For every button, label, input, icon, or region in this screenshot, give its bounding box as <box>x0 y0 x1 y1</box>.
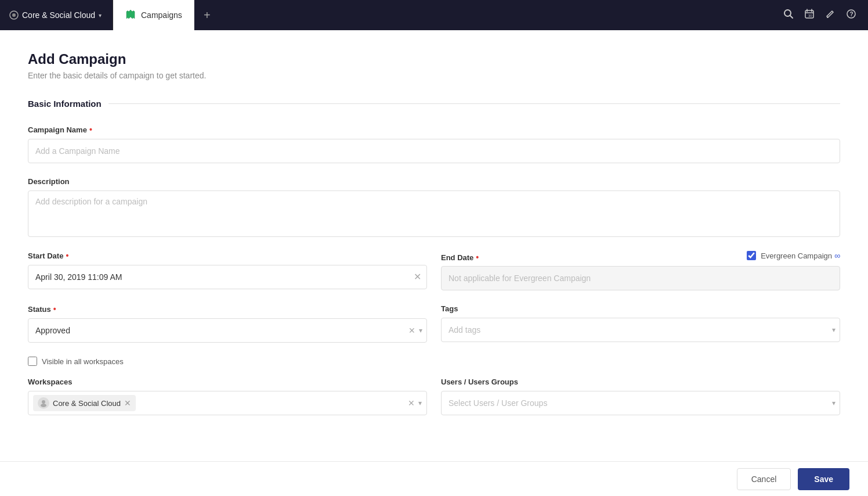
evergreen-label: Evergreen Campaign ∞ <box>761 251 840 260</box>
dates-row: Start Date • ✕ End Date • Evergreen Camp… <box>28 251 840 290</box>
page-title: Add Campaign <box>28 51 840 67</box>
end-date-required: • <box>476 253 479 262</box>
svg-line-3 <box>790 16 793 18</box>
workspaces-select-actions: ✕ ▾ <box>408 398 422 408</box>
save-button[interactable]: Save <box>798 468 849 490</box>
status-chevron-icon[interactable]: ▾ <box>419 326 422 335</box>
campaign-name-label: Campaign Name • <box>28 125 840 134</box>
svg-text:30: 30 <box>808 14 812 17</box>
users-group: Users / Users Groups ▾ <box>441 378 840 415</box>
start-date-label: Start Date • <box>28 251 427 260</box>
workspaces-users-row: Workspaces Core & Social Cloud ✕ ✕ ▾ <box>28 378 840 415</box>
topbar-icons: 30 ? <box>772 9 868 22</box>
workspaces-input[interactable]: Core & Social Cloud ✕ ✕ ▾ <box>28 391 427 415</box>
campaigns-tab[interactable]: Campaigns <box>113 0 194 30</box>
users-input[interactable] <box>441 391 840 415</box>
cancel-button[interactable]: Cancel <box>737 468 791 490</box>
workspaces-chevron-icon[interactable]: ▾ <box>418 399 422 407</box>
description-input[interactable] <box>28 191 840 237</box>
campaigns-tab-icon <box>125 9 136 21</box>
visible-workspaces-checkbox[interactable] <box>28 357 37 366</box>
section-divider <box>108 103 840 104</box>
status-group: Status • ✕ ▾ <box>28 304 427 343</box>
infinity-icon: ∞ <box>834 251 840 260</box>
description-group: Description <box>28 177 840 237</box>
workspace-avatar <box>38 397 49 409</box>
status-tags-row: Status • ✕ ▾ Tags ▾ <box>28 304 840 343</box>
tags-group: Tags ▾ <box>441 304 840 343</box>
users-label: Users / Users Groups <box>441 378 840 386</box>
tags-select-actions: ▾ <box>832 326 836 334</box>
svg-text:?: ? <box>850 11 853 17</box>
status-label: Status • <box>28 304 427 314</box>
section-header: Basic Information <box>28 99 840 109</box>
start-date-input-wrapper: ✕ <box>28 265 427 289</box>
campaigns-tab-label: Campaigns <box>141 10 182 20</box>
svg-point-12 <box>42 400 45 404</box>
required-indicator: • <box>89 125 92 134</box>
main-content: Add Campaign Enter the basic details of … <box>0 30 868 496</box>
end-date-input <box>441 266 840 290</box>
brand-icon <box>9 10 19 20</box>
status-select-wrapper: ✕ ▾ <box>28 318 427 343</box>
workspaces-label: Workspaces <box>28 378 427 386</box>
end-date-group: End Date • Evergreen Campaign ∞ <box>441 251 840 290</box>
bottom-bar: Cancel Save <box>0 461 868 496</box>
start-date-input[interactable] <box>28 265 427 289</box>
svg-point-13 <box>41 404 46 407</box>
end-date-label: End Date • <box>441 253 479 262</box>
brand-area[interactable]: Core & Social Cloud ▾ <box>0 0 113 30</box>
edit-icon[interactable] <box>825 9 836 22</box>
status-required: • <box>53 304 56 314</box>
start-date-required: • <box>66 251 68 260</box>
tags-input[interactable] <box>441 318 840 342</box>
users-select-actions: ▾ <box>832 399 836 407</box>
workspace-chip-label: Core & Social Cloud <box>53 399 121 408</box>
brand-chevron-icon: ▾ <box>99 12 102 19</box>
section-title: Basic Information <box>28 99 102 109</box>
status-select-actions: ✕ ▾ <box>408 326 422 335</box>
svg-point-1 <box>12 13 16 17</box>
calendar-icon[interactable]: 30 <box>804 9 815 22</box>
workspace-chip-remove-button[interactable]: ✕ <box>124 399 131 407</box>
search-icon[interactable] <box>783 9 794 22</box>
tags-label: Tags <box>441 304 840 313</box>
workspaces-clear-button[interactable]: ✕ <box>408 398 415 408</box>
topbar: Core & Social Cloud ▾ Campaigns + 30 <box>0 0 868 30</box>
workspaces-group: Workspaces Core & Social Cloud ✕ ✕ ▾ <box>28 378 427 415</box>
evergreen-row: Evergreen Campaign ∞ <box>747 251 840 260</box>
tags-chevron-icon[interactable]: ▾ <box>832 326 836 334</box>
tags-select-wrapper: ▾ <box>441 318 840 342</box>
tabs-area: Campaigns + <box>113 0 772 30</box>
status-input[interactable] <box>28 318 427 343</box>
status-clear-button[interactable]: ✕ <box>408 326 415 335</box>
campaign-name-input[interactable] <box>28 139 840 163</box>
start-date-group: Start Date • ✕ <box>28 251 427 290</box>
campaign-name-group: Campaign Name • <box>28 125 840 163</box>
new-tab-button[interactable]: + <box>194 0 220 30</box>
evergreen-checkbox[interactable] <box>747 251 756 260</box>
workspace-chip: Core & Social Cloud ✕ <box>33 395 136 411</box>
page-subtitle: Enter the basic details of campaign to g… <box>28 71 840 80</box>
users-select-wrapper: ▾ <box>441 391 840 415</box>
end-date-top: End Date • Evergreen Campaign ∞ <box>441 251 840 264</box>
brand-label: Core & Social Cloud <box>22 10 95 20</box>
help-icon[interactable]: ? <box>846 9 856 22</box>
start-date-clear-button[interactable]: ✕ <box>414 272 421 282</box>
description-label: Description <box>28 177 840 186</box>
visible-workspaces-row: Visible in all workspaces <box>28 357 840 366</box>
visible-workspaces-label: Visible in all workspaces <box>42 357 124 366</box>
users-chevron-icon[interactable]: ▾ <box>832 399 836 407</box>
